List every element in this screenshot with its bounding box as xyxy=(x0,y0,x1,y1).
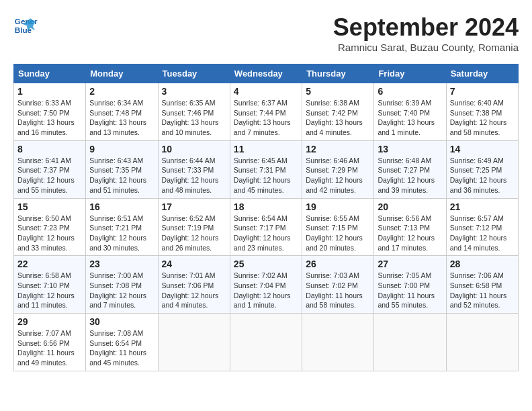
day-number: 22 xyxy=(17,259,82,269)
day-info: Sunrise: 6:40 AM Sunset: 7:38 PM Dayligh… xyxy=(450,98,515,138)
calendar-cell: 28Sunrise: 7:06 AM Sunset: 6:58 PM Dayli… xyxy=(446,256,518,314)
calendar-cell: 12Sunrise: 6:46 AM Sunset: 7:29 PM Dayli… xyxy=(302,140,374,198)
calendar-cell: 16Sunrise: 6:51 AM Sunset: 7:21 PM Dayli… xyxy=(86,198,158,256)
day-number: 28 xyxy=(450,259,515,269)
day-info: Sunrise: 6:43 AM Sunset: 7:35 PM Dayligh… xyxy=(89,156,154,195)
calendar-cell: 20Sunrise: 6:56 AM Sunset: 7:13 PM Dayli… xyxy=(374,198,446,256)
day-info: Sunrise: 6:58 AM Sunset: 7:10 PM Dayligh… xyxy=(17,271,82,310)
day-number: 17 xyxy=(162,201,226,212)
calendar-week-row: 8Sunrise: 6:41 AM Sunset: 7:37 PM Daylig… xyxy=(14,140,519,198)
day-info: Sunrise: 6:35 AM Sunset: 7:46 PM Dayligh… xyxy=(162,98,226,138)
day-number: 23 xyxy=(89,259,154,269)
day-info: Sunrise: 7:01 AM Sunset: 7:06 PM Dayligh… xyxy=(162,271,226,310)
calendar-cell: 23Sunrise: 7:00 AM Sunset: 7:08 PM Dayli… xyxy=(86,256,158,314)
calendar-cell: 2Sunrise: 6:34 AM Sunset: 7:48 PM Daylig… xyxy=(86,83,158,141)
day-info: Sunrise: 6:37 AM Sunset: 7:44 PM Dayligh… xyxy=(234,98,298,138)
day-number: 13 xyxy=(378,144,442,154)
logo: General Blue xyxy=(13,13,38,38)
day-number: 11 xyxy=(234,144,298,154)
calendar-cell: 27Sunrise: 7:05 AM Sunset: 7:00 PM Dayli… xyxy=(374,256,446,314)
day-of-week-header: Thursday xyxy=(302,64,374,83)
day-number: 16 xyxy=(89,201,154,212)
calendar-cell: 17Sunrise: 6:52 AM Sunset: 7:19 PM Dayli… xyxy=(158,198,230,256)
calendar-cell xyxy=(374,314,446,371)
day-info: Sunrise: 7:00 AM Sunset: 7:08 PM Dayligh… xyxy=(89,271,154,310)
calendar-cell: 25Sunrise: 7:02 AM Sunset: 7:04 PM Dayli… xyxy=(230,256,302,314)
calendar-cell: 30Sunrise: 7:08 AM Sunset: 6:54 PM Dayli… xyxy=(86,314,158,371)
calendar-cell: 15Sunrise: 6:50 AM Sunset: 7:23 PM Dayli… xyxy=(14,198,86,256)
day-number: 6 xyxy=(378,86,442,97)
day-info: Sunrise: 6:57 AM Sunset: 7:12 PM Dayligh… xyxy=(450,214,515,253)
day-of-week-header: Tuesday xyxy=(158,64,230,83)
calendar-cell: 19Sunrise: 6:55 AM Sunset: 7:15 PM Dayli… xyxy=(302,198,374,256)
day-number: 1 xyxy=(17,86,82,97)
day-info: Sunrise: 6:54 AM Sunset: 7:17 PM Dayligh… xyxy=(234,214,298,253)
day-info: Sunrise: 6:51 AM Sunset: 7:21 PM Dayligh… xyxy=(89,214,154,253)
day-number: 15 xyxy=(17,201,82,212)
day-number: 4 xyxy=(234,86,298,97)
day-of-week-header: Friday xyxy=(374,64,446,83)
calendar-cell: 1Sunrise: 6:33 AM Sunset: 7:50 PM Daylig… xyxy=(14,83,86,141)
day-number: 14 xyxy=(450,144,515,154)
day-number: 21 xyxy=(450,201,515,212)
day-number: 2 xyxy=(89,86,154,97)
calendar-cell xyxy=(158,314,230,371)
day-of-week-header: Wednesday xyxy=(230,64,302,83)
day-info: Sunrise: 6:45 AM Sunset: 7:31 PM Dayligh… xyxy=(234,156,298,195)
calendar-week-row: 1Sunrise: 6:33 AM Sunset: 7:50 PM Daylig… xyxy=(14,83,519,141)
day-info: Sunrise: 6:52 AM Sunset: 7:19 PM Dayligh… xyxy=(162,214,226,253)
calendar-cell: 10Sunrise: 6:44 AM Sunset: 7:33 PM Dayli… xyxy=(158,140,230,198)
day-info: Sunrise: 6:44 AM Sunset: 7:33 PM Dayligh… xyxy=(162,156,226,195)
title-area: September 2024 Ramnicu Sarat, Buzau Coun… xyxy=(333,13,519,53)
day-info: Sunrise: 7:05 AM Sunset: 7:00 PM Dayligh… xyxy=(378,271,442,310)
calendar-cell: 26Sunrise: 7:03 AM Sunset: 7:02 PM Dayli… xyxy=(302,256,374,314)
day-info: Sunrise: 6:33 AM Sunset: 7:50 PM Dayligh… xyxy=(17,98,82,138)
day-number: 9 xyxy=(89,144,154,154)
calendar-cell: 9Sunrise: 6:43 AM Sunset: 7:35 PM Daylig… xyxy=(86,140,158,198)
day-number: 29 xyxy=(17,316,82,327)
calendar-cell: 6Sunrise: 6:39 AM Sunset: 7:40 PM Daylig… xyxy=(374,83,446,141)
day-info: Sunrise: 6:38 AM Sunset: 7:42 PM Dayligh… xyxy=(306,98,370,138)
month-title: September 2024 xyxy=(333,13,519,42)
day-info: Sunrise: 7:06 AM Sunset: 6:58 PM Dayligh… xyxy=(450,271,515,310)
day-number: 27 xyxy=(378,259,442,269)
day-info: Sunrise: 7:07 AM Sunset: 6:56 PM Dayligh… xyxy=(17,328,82,368)
calendar-cell: 14Sunrise: 6:49 AM Sunset: 7:25 PM Dayli… xyxy=(446,140,518,198)
day-info: Sunrise: 6:49 AM Sunset: 7:25 PM Dayligh… xyxy=(450,156,515,195)
day-number: 10 xyxy=(162,144,226,154)
day-number: 20 xyxy=(378,201,442,212)
calendar-cell: 5Sunrise: 6:38 AM Sunset: 7:42 PM Daylig… xyxy=(302,83,374,141)
calendar-cell: 3Sunrise: 6:35 AM Sunset: 7:46 PM Daylig… xyxy=(158,83,230,141)
calendar-week-row: 29Sunrise: 7:07 AM Sunset: 6:56 PM Dayli… xyxy=(14,314,519,371)
calendar-cell: 18Sunrise: 6:54 AM Sunset: 7:17 PM Dayli… xyxy=(230,198,302,256)
calendar-cell: 11Sunrise: 6:45 AM Sunset: 7:31 PM Dayli… xyxy=(230,140,302,198)
calendar-cell xyxy=(230,314,302,371)
day-info: Sunrise: 6:48 AM Sunset: 7:27 PM Dayligh… xyxy=(378,156,442,195)
calendar-cell: 13Sunrise: 6:48 AM Sunset: 7:27 PM Dayli… xyxy=(374,140,446,198)
day-number: 8 xyxy=(17,144,82,154)
day-of-week-header: Saturday xyxy=(446,64,518,83)
day-info: Sunrise: 7:08 AM Sunset: 6:54 PM Dayligh… xyxy=(89,328,154,368)
day-info: Sunrise: 6:56 AM Sunset: 7:13 PM Dayligh… xyxy=(378,214,442,253)
calendar-cell: 29Sunrise: 7:07 AM Sunset: 6:56 PM Dayli… xyxy=(14,314,86,371)
calendar-cell: 4Sunrise: 6:37 AM Sunset: 7:44 PM Daylig… xyxy=(230,83,302,141)
header: General Blue September 2024 Ramnicu Sara… xyxy=(13,13,519,53)
location-subtitle: Ramnicu Sarat, Buzau County, Romania xyxy=(333,42,519,53)
calendar-week-row: 15Sunrise: 6:50 AM Sunset: 7:23 PM Dayli… xyxy=(14,198,519,256)
logo-icon: General Blue xyxy=(13,13,38,38)
day-number: 25 xyxy=(234,259,298,269)
day-number: 7 xyxy=(450,86,515,97)
day-info: Sunrise: 6:39 AM Sunset: 7:40 PM Dayligh… xyxy=(378,98,442,138)
day-number: 12 xyxy=(306,144,370,154)
calendar-cell: 8Sunrise: 6:41 AM Sunset: 7:37 PM Daylig… xyxy=(14,140,86,198)
day-number: 19 xyxy=(306,201,370,212)
calendar-week-row: 22Sunrise: 6:58 AM Sunset: 7:10 PM Dayli… xyxy=(14,256,519,314)
day-number: 30 xyxy=(89,316,154,327)
day-number: 5 xyxy=(306,86,370,97)
day-info: Sunrise: 6:50 AM Sunset: 7:23 PM Dayligh… xyxy=(17,214,82,253)
day-info: Sunrise: 6:34 AM Sunset: 7:48 PM Dayligh… xyxy=(89,98,154,138)
day-info: Sunrise: 6:46 AM Sunset: 7:29 PM Dayligh… xyxy=(306,156,370,195)
calendar-cell xyxy=(446,314,518,371)
day-info: Sunrise: 7:03 AM Sunset: 7:02 PM Dayligh… xyxy=(306,271,370,310)
day-of-week-header: Monday xyxy=(86,64,158,83)
